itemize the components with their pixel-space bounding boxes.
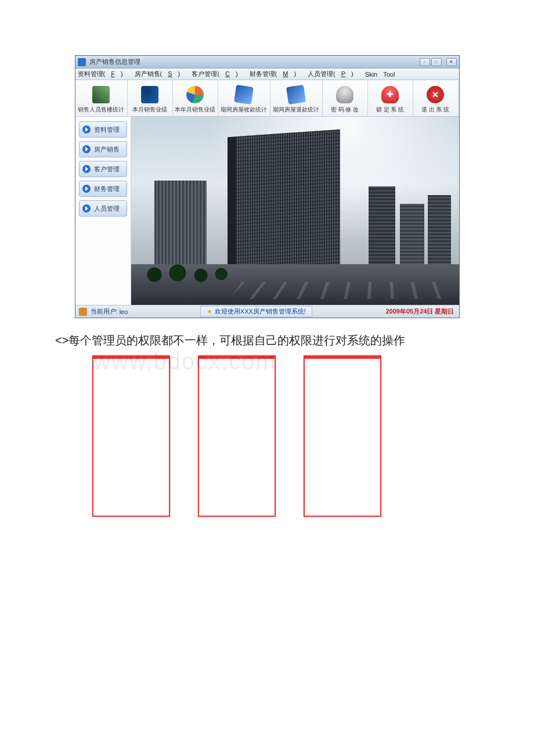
red-box — [304, 355, 381, 517]
toolbar: 销售人员售楼统计 本月销售业绩 本年月销售业绩 期间房屋收款统计 期间房屋退款统… — [75, 80, 459, 117]
menu-data[interactable]: 资料管理(F) — [78, 70, 129, 78]
play-icon — [82, 185, 91, 193]
sidebar: 资料管理 房产销售 客户管理 财务管理 人员管理 — [75, 117, 131, 305]
status-user: 当前用户: leo — [75, 307, 132, 316]
red-box-row — [92, 355, 479, 517]
status-welcome: ★ 欢迎使用XXX房产销售管理系统! — [200, 306, 312, 317]
tool-change-password[interactable]: 密 码 修 改 — [323, 80, 368, 116]
menubar: 资料管理(F) 房产销售(S) 客户管理(C) 财务管理(M) 人员管理(P) … — [75, 69, 459, 80]
tool-lock-system[interactable]: 锁 定 系 统 — [368, 80, 413, 116]
current-user: leo — [120, 308, 128, 315]
shield-icon — [381, 86, 399, 103]
play-icon — [82, 165, 91, 173]
cube-down-icon — [234, 85, 254, 105]
menu-sales[interactable]: 房产销售(S) — [135, 70, 186, 78]
sidebar-item-data[interactable]: 资料管理 — [79, 121, 127, 138]
tool-period-refund[interactable]: 期间房屋退款统计 — [270, 80, 323, 116]
red-box — [198, 355, 276, 517]
tool-monthly-sales[interactable]: 本月销售业绩 — [128, 80, 173, 116]
main-background-image — [131, 117, 459, 305]
sidebar-item-staff[interactable]: 人员管理 — [79, 200, 127, 217]
exit-icon — [427, 86, 444, 103]
tool-yearly-sales[interactable]: 本年月销售业绩 — [173, 80, 218, 116]
tool-exit-system[interactable]: 退 出 系 统 — [413, 80, 459, 116]
play-icon — [82, 125, 91, 134]
app-icon — [78, 58, 86, 66]
minimize-button[interactable]: ▫ — [420, 58, 430, 66]
menu-tool[interactable]: Tool — [383, 71, 395, 78]
user-icon — [79, 308, 87, 316]
maximize-button[interactable]: □ — [431, 58, 442, 66]
pie-icon — [141, 86, 158, 103]
menu-skin[interactable]: Skin — [365, 71, 377, 78]
sidebar-item-finance[interactable]: 财务管理 — [79, 181, 127, 197]
red-box — [92, 355, 170, 517]
sidebar-item-customer[interactable]: 客户管理 — [79, 161, 127, 177]
window-title: 房产销售信息管理 — [89, 57, 140, 66]
chart-icon — [92, 86, 110, 103]
play-icon — [82, 145, 91, 153]
close-button[interactable]: ✕ — [446, 58, 457, 66]
titlebar: 房产销售信息管理 ▫ □ ✕ — [75, 56, 459, 69]
menu-finance[interactable]: 财务管理(M) — [250, 70, 302, 78]
app-window: 房产销售信息管理 ▫ □ ✕ 资料管理(F) 房产销售(S) 客户管理(C) 财… — [75, 55, 460, 318]
tool-period-income[interactable]: 期间房屋收款统计 — [218, 80, 270, 116]
workspace: 资料管理 房产销售 客户管理 财务管理 人员管理 — [75, 117, 459, 305]
pie-chart-icon — [186, 86, 204, 103]
statusbar: 当前用户: leo ★ 欢迎使用XXX房产销售管理系统! 2009年05月24日… — [75, 305, 459, 318]
menu-staff[interactable]: 人员管理(P) — [308, 70, 359, 78]
play-icon — [82, 204, 91, 213]
menu-customer[interactable]: 客户管理(C) — [192, 70, 243, 78]
tool-sales-staff-stats[interactable]: 销售人员售楼统计 — [75, 80, 128, 116]
status-date: 2009年05月24日 星期日 — [381, 307, 459, 316]
keys-icon — [336, 86, 353, 103]
body-paragraph: <>每个管理员的权限都不一样，可根据自己的权限进行对系统的操作 www.bdoc… — [55, 331, 479, 350]
cube-up-icon — [286, 85, 306, 105]
star-icon: ★ — [207, 308, 212, 315]
sidebar-item-sales[interactable]: 房产销售 — [79, 141, 127, 157]
